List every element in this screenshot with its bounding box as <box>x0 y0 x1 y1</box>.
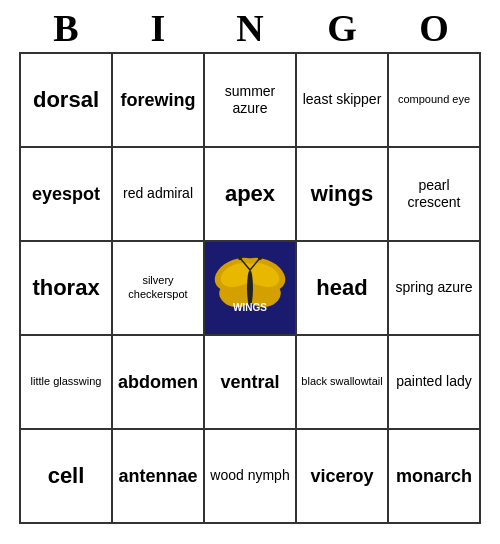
bingo-cell-7: apex <box>205 148 297 242</box>
cell-text-5: eyespot <box>32 183 100 206</box>
bingo-cell-12: WINGS <box>205 242 297 336</box>
bingo-cell-11: silvery checkerspot <box>113 242 205 336</box>
svg-point-10 <box>238 256 242 260</box>
cell-text-16: abdomen <box>118 371 198 394</box>
header-o: O <box>388 6 480 50</box>
svg-text:WINGS: WINGS <box>233 302 267 313</box>
bingo-cell-9: pearl crescent <box>389 148 481 242</box>
cell-text-20: cell <box>48 462 85 490</box>
bingo-cell-17: ventral <box>205 336 297 430</box>
bingo-cell-21: antennae <box>113 430 205 524</box>
svg-point-7 <box>247 270 253 306</box>
bingo-cell-8: wings <box>297 148 389 242</box>
bingo-cell-6: red admiral <box>113 148 205 242</box>
cell-text-10: thorax <box>32 274 99 302</box>
cell-text-22: wood nymph <box>210 467 289 485</box>
header-n: N <box>204 6 296 50</box>
cell-text-19: painted lady <box>396 373 472 391</box>
free-space-image: WINGS <box>205 242 295 334</box>
bingo-cell-13: head <box>297 242 389 336</box>
bingo-cell-2: summer azure <box>205 54 297 148</box>
bingo-cell-16: abdomen <box>113 336 205 430</box>
bingo-cell-18: black swallowtail <box>297 336 389 430</box>
svg-point-11 <box>258 256 262 260</box>
bingo-cell-15: little glasswing <box>21 336 113 430</box>
cell-text-23: viceroy <box>310 465 373 488</box>
bingo-cell-24: monarch <box>389 430 481 524</box>
cell-text-2: summer azure <box>209 83 291 118</box>
bingo-cell-22: wood nymph <box>205 430 297 524</box>
bingo-cell-10: thorax <box>21 242 113 336</box>
cell-text-3: least skipper <box>303 91 382 109</box>
bingo-cell-0: dorsal <box>21 54 113 148</box>
bingo-cell-3: least skipper <box>297 54 389 148</box>
cell-text-18: black swallowtail <box>301 375 382 389</box>
bingo-cell-4: compound eye <box>389 54 481 148</box>
cell-text-21: antennae <box>118 465 197 488</box>
header-g: G <box>296 6 388 50</box>
cell-text-24: monarch <box>396 465 472 488</box>
cell-text-13: head <box>316 274 367 302</box>
cell-text-11: silvery checkerspot <box>117 274 199 302</box>
cell-text-4: compound eye <box>398 93 470 107</box>
bingo-cell-1: forewing <box>113 54 205 148</box>
cell-text-9: pearl crescent <box>393 177 475 212</box>
bingo-header: B I N G O <box>20 0 480 52</box>
cell-text-7: apex <box>225 180 275 208</box>
bingo-cell-5: eyespot <box>21 148 113 242</box>
cell-text-14: spring azure <box>395 279 472 297</box>
bingo-cell-14: spring azure <box>389 242 481 336</box>
cell-text-17: ventral <box>220 371 279 394</box>
cell-text-0: dorsal <box>33 86 99 114</box>
bingo-grid: dorsalforewingsummer azureleast skipperc… <box>19 52 481 524</box>
cell-text-1: forewing <box>121 89 196 112</box>
cell-text-6: red admiral <box>123 185 193 203</box>
bingo-cell-20: cell <box>21 430 113 524</box>
cell-text-8: wings <box>311 180 373 208</box>
cell-text-15: little glasswing <box>31 375 102 389</box>
bingo-cell-23: viceroy <box>297 430 389 524</box>
bingo-cell-19: painted lady <box>389 336 481 430</box>
header-b: B <box>20 6 112 50</box>
header-i: I <box>112 6 204 50</box>
